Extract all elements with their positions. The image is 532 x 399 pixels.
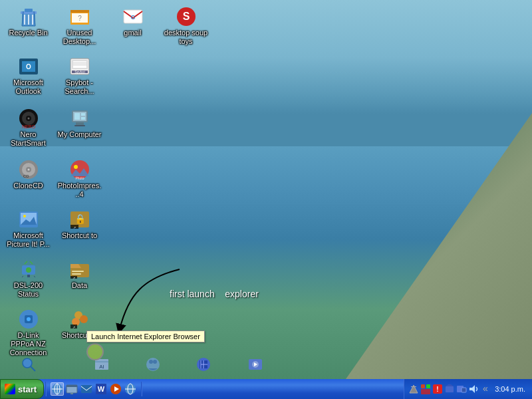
dsl-200-status-label: DSL-200 Status [6, 281, 51, 299]
svg-point-47 [23, 215, 26, 217]
svg-text:!: ! [436, 386, 438, 393]
quick-launch-outlook[interactable] [80, 382, 93, 396]
tray-network-icon[interactable] [420, 384, 431, 394]
svg-point-77 [149, 360, 153, 364]
tray-more-icon[interactable]: « [480, 384, 491, 394]
quick-launch-word[interactable]: W [94, 382, 108, 396]
taskbar-icon-3[interactable] [128, 354, 178, 376]
quick-launch-show-desktop[interactable] [65, 382, 78, 396]
svg-rect-2 [25, 9, 33, 12]
ie-tooltip: Launch Internet Explorer Browser [86, 331, 205, 342]
start-button[interactable]: start [0, 379, 44, 399]
taskbar-icon-5[interactable] [230, 354, 280, 376]
dlink-pppoa-icon[interactable]: D-Link PPPoA NZ Connection [3, 306, 53, 360]
my-computer-icon[interactable]: My Computer [55, 105, 104, 142]
svg-text:G: G [130, 14, 135, 21]
unused-desktop-label: Unused Desktop... [57, 29, 102, 46]
svg-rect-57 [72, 271, 84, 272]
svg-marker-106 [446, 384, 454, 386]
svg-rect-54 [27, 275, 30, 277]
annotation-first-launch: first launch explorer [170, 289, 259, 299]
svg-rect-88 [66, 385, 77, 387]
taskbar: start [0, 379, 532, 399]
system-clock[interactable]: 3:04 p.m. [492, 385, 528, 393]
desktop: Recycle Bin ? Unused Desktop... G gmail [0, 0, 532, 379]
quick-launch-area: W [48, 379, 140, 399]
dsl-200-status-icon[interactable]: DSL-200 Status [3, 256, 53, 301]
my-computer-label: My Computer [57, 130, 101, 139]
data-icon[interactable]: ↗ Data [55, 256, 104, 293]
svg-rect-58 [72, 273, 81, 275]
desktop-soup-toys-label: desktop soup toys [164, 29, 208, 46]
microsoft-picture-icon[interactable]: Microsoft Picture It! P... [3, 206, 53, 251]
svg-point-28 [27, 118, 29, 120]
svg-rect-34 [74, 113, 80, 120]
svg-rect-64 [27, 310, 30, 314]
svg-text:AI: AI [99, 364, 104, 370]
microsoft-picture-label: Microsoft Picture It! P... [6, 231, 51, 249]
svg-point-40 [27, 169, 29, 171]
svg-marker-98 [410, 385, 418, 393]
spybot-icon[interactable]: Spybot Spybot - Search... [55, 53, 104, 98]
microsoft-outlook-icon[interactable]: O Microsoft Outlook [3, 53, 53, 98]
photoimpression-label: PhotoImpres...4 [57, 182, 102, 199]
quick-launch-media[interactable] [109, 382, 122, 396]
recycle-bin-label: Recycle Bin [9, 29, 47, 37]
tray-back-icon[interactable] [408, 384, 419, 394]
windows-logo [5, 384, 15, 394]
quick-launch-ie[interactable] [51, 382, 64, 396]
svg-rect-99 [411, 386, 416, 387]
tray-icon-4[interactable] [456, 384, 467, 394]
shortcut-to-1-label: Shortcut to [62, 231, 97, 240]
svg-text:🔒: 🔒 [74, 213, 86, 225]
tray-volume-icon[interactable] [468, 384, 479, 394]
svg-point-71 [23, 358, 32, 368]
microsoft-outlook-label: Microsoft Outlook [6, 78, 51, 96]
svg-text:O: O [26, 63, 31, 70]
svg-rect-7 [70, 10, 89, 13]
gmail-label: gmail [124, 29, 141, 37]
search-icon-desktop[interactable] [3, 354, 53, 376]
svg-point-67 [80, 315, 88, 323]
svg-rect-102 [426, 384, 430, 388]
tray-antivirus-icon[interactable]: ! [432, 384, 443, 394]
svg-rect-35 [81, 113, 85, 116]
data-label: Data [72, 281, 87, 290]
start-label: start [18, 384, 37, 394]
svg-rect-105 [446, 386, 454, 392]
svg-rect-90 [81, 385, 92, 393]
svg-point-43 [74, 165, 78, 169]
svg-point-63 [27, 317, 31, 321]
clonecd-label: CloneCD [13, 182, 43, 190]
svg-text:CD: CD [23, 174, 29, 178]
svg-rect-36 [81, 117, 85, 120]
svg-text:↗: ↗ [72, 325, 75, 329]
system-tray: ! « 3:04 p.m. [404, 379, 532, 399]
svg-rect-89 [70, 393, 73, 394]
svg-text:NERO: NERO [21, 124, 35, 129]
desktop-soup-toys-icon[interactable]: S desktop soup toys [161, 3, 211, 49]
quick-launch-ie2[interactable] [124, 382, 137, 396]
svg-text:Spybot: Spybot [74, 70, 85, 74]
unused-desktop-icon[interactable]: ? Unused Desktop... [55, 3, 104, 49]
taskbar-divider-2 [141, 382, 142, 396]
svg-rect-108 [462, 388, 466, 392]
taskbar-icon-4[interactable] [178, 354, 228, 376]
nero-label: Nero StartSmart [6, 130, 51, 148]
svg-rect-32 [76, 122, 84, 125]
svg-text:↗: ↗ [73, 225, 76, 229]
recycle-bin-icon[interactable]: Recycle Bin [3, 3, 53, 40]
nero-icon[interactable]: NERO Nero StartSmart [3, 105, 53, 150]
svg-rect-19 [73, 61, 86, 68]
photoimpression-icon[interactable]: Photo PhotoImpres...4 [55, 156, 104, 201]
svg-text:↗: ↗ [72, 276, 75, 280]
svg-rect-101 [421, 384, 425, 388]
clonecd-icon[interactable]: CD CloneCD [3, 156, 53, 193]
svg-text:«: « [483, 384, 488, 394]
svg-point-78 [153, 360, 157, 364]
shortcut-to-1-icon[interactable]: 🔒 ↗ Shortcut to [55, 206, 104, 243]
svg-text:S: S [182, 11, 190, 22]
tray-icon-3[interactable] [444, 384, 455, 394]
gmail-icon[interactable]: G gmail [108, 3, 158, 40]
ie-highlight-circle [86, 343, 104, 360]
